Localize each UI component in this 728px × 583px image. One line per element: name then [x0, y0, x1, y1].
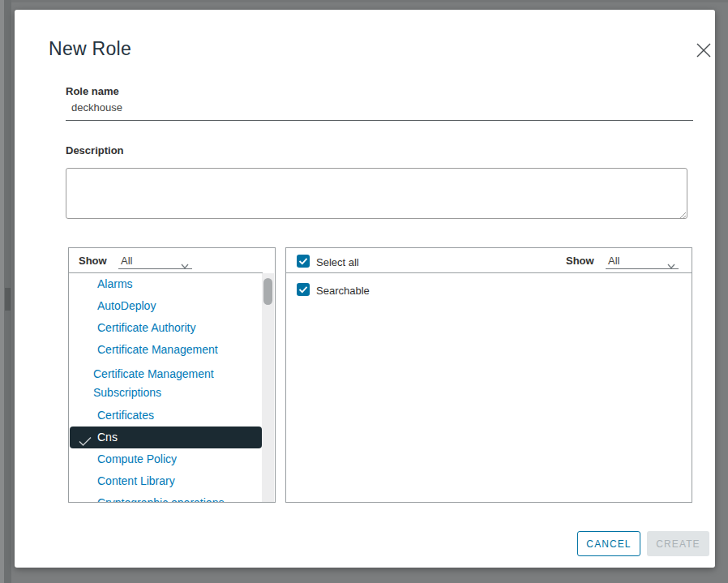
role-name-label: Role name — [66, 85, 119, 97]
list-item-label: Cns — [97, 431, 118, 444]
list-item-selected[interactable]: Cns — [70, 427, 262, 448]
privileges-show-value: All — [606, 254, 619, 268]
list-item[interactable]: Certificate Management Subscriptions — [69, 361, 263, 405]
list-item[interactable]: AutoDeploy — [69, 295, 263, 317]
list-item[interactable]: Content Library — [69, 470, 263, 492]
category-list: Alarms AutoDeploy Certificate Authority … — [69, 273, 263, 502]
show-filter-label: Show — [566, 255, 594, 267]
privileges-panel: Select all Show All Searchable — [285, 247, 692, 503]
searchable-checkbox[interactable] — [297, 283, 310, 296]
select-all-checkbox[interactable] — [297, 255, 310, 268]
chevron-down-icon — [667, 258, 675, 272]
list-item[interactable]: Alarms — [69, 273, 263, 295]
list-item[interactable]: Certificate Management — [69, 339, 263, 361]
searchable-label: Searchable — [316, 285, 370, 297]
select-all-label: Select all — [316, 256, 359, 268]
panel-header-divider — [286, 272, 692, 273]
categories-show-dropdown[interactable]: All — [118, 253, 192, 269]
categories-show-value: All — [118, 254, 132, 268]
page-scrollbar-thumb — [5, 288, 11, 311]
description-textarea[interactable] — [66, 168, 687, 219]
category-list-scrollbar[interactable] — [262, 273, 274, 502]
cancel-button[interactable]: CANCEL — [577, 531, 640, 556]
list-item[interactable]: Compute Policy — [69, 448, 263, 470]
chevron-down-icon — [181, 258, 189, 272]
scrollbar-thumb[interactable] — [263, 278, 272, 305]
role-name-input[interactable] — [66, 98, 693, 121]
new-role-dialog: New Role Role name Description Show All … — [15, 10, 715, 568]
show-filter-label: Show — [79, 255, 107, 267]
close-icon[interactable] — [695, 41, 713, 59]
dialog-title: New Role — [49, 38, 131, 60]
list-item[interactable]: Certificate Authority — [69, 317, 263, 339]
list-item[interactable]: Certificates — [69, 405, 263, 427]
create-button[interactable]: CREATE — [647, 531, 709, 556]
list-item-clipped[interactable]: Cryptographic operations — [69, 492, 263, 502]
page-top-edge — [0, 0, 728, 2]
categories-panel: Show All Alarms AutoDeploy Certificate A… — [68, 247, 276, 503]
privileges-show-dropdown[interactable]: All — [606, 253, 679, 269]
resize-grip-icon[interactable] — [678, 208, 687, 217]
description-label: Description — [66, 144, 124, 156]
checkmark-icon — [79, 432, 92, 454]
